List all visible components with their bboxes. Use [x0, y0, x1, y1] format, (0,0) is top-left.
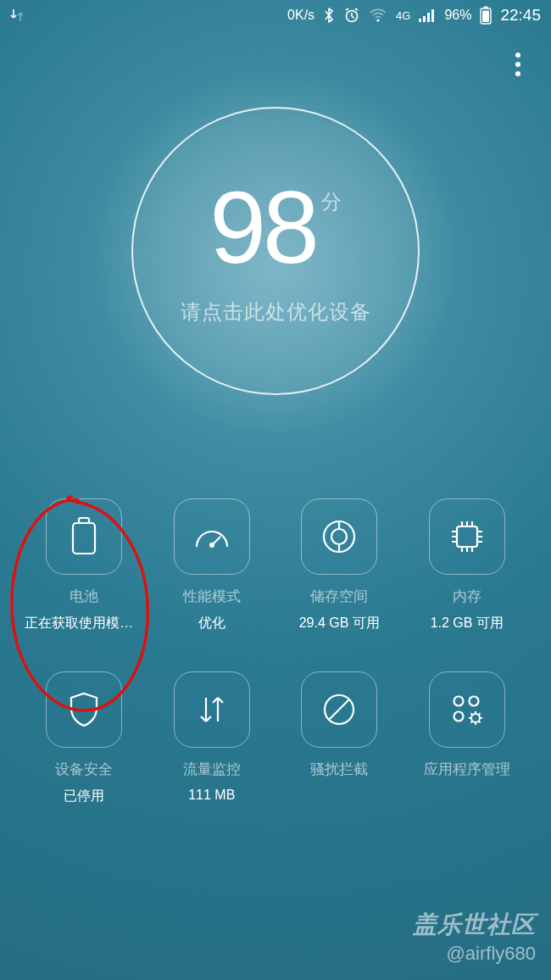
score-unit: 分 — [321, 188, 342, 215]
data-arrows-icon — [174, 671, 250, 748]
tile-sub: 29.4 GB 可用 — [299, 615, 380, 632]
feature-tile-grid: 电池 正在获取使用模式... 性能模式 优化 储存空间 29.4 GB 可用 内… — [0, 498, 551, 805]
tile-sub: 已停用 — [64, 788, 104, 805]
tile-sub: 优化 — [198, 615, 225, 632]
svg-rect-9 — [73, 523, 95, 554]
tile-sub: 1.2 GB 可用 — [431, 615, 504, 632]
svg-point-14 — [331, 529, 347, 544]
tile-title: 设备安全 — [55, 760, 113, 779]
svg-rect-8 — [484, 7, 488, 9]
score-value: 98 — [209, 176, 315, 278]
download-indicator-icon — [10, 8, 24, 23]
tile-title: 应用程序管理 — [424, 760, 510, 779]
tile-title: 内存 — [453, 587, 481, 606]
svg-rect-10 — [79, 518, 89, 523]
battery-icon — [480, 6, 492, 25]
watermark: 盖乐世社区 @airfly680 — [413, 909, 536, 965]
network-speed: 0K/s — [287, 8, 314, 23]
shield-icon — [46, 671, 122, 748]
svg-point-19 — [469, 697, 478, 706]
svg-rect-15 — [457, 526, 477, 547]
svg-rect-5 — [431, 9, 434, 22]
watermark-title: 盖乐世社区 — [413, 909, 536, 941]
tile-storage[interactable]: 储存空间 29.4 GB 可用 — [276, 498, 404, 632]
battery-percent: 96% — [444, 8, 471, 23]
svg-rect-4 — [427, 13, 430, 22]
clock: 22:45 — [500, 6, 541, 25]
block-icon — [301, 671, 377, 748]
watermark-user: @airfly680 — [413, 943, 536, 965]
tile-app-management[interactable]: 应用程序管理 — [404, 671, 532, 805]
tile-spam-block[interactable]: 骚扰拦截 — [276, 671, 404, 805]
tile-sub: 正在获取使用模式... — [25, 615, 143, 632]
svg-point-20 — [454, 712, 463, 721]
gauge-icon — [174, 498, 250, 575]
tile-sub: 111 MB — [188, 788, 235, 803]
tile-title: 骚扰拦截 — [310, 760, 368, 779]
tile-data-usage[interactable]: 流量监控 111 MB — [148, 671, 276, 805]
svg-rect-7 — [482, 11, 489, 23]
tile-memory[interactable]: 内存 1.2 GB 可用 — [404, 498, 532, 632]
tile-battery[interactable]: 电池 正在获取使用模式... — [20, 498, 148, 632]
tile-security[interactable]: 设备安全 已停用 — [20, 671, 148, 805]
svg-point-18 — [454, 697, 463, 706]
alarm-icon — [343, 7, 360, 24]
tile-performance[interactable]: 性能模式 优化 — [148, 498, 276, 632]
wifi-icon — [369, 8, 387, 23]
optimize-score-area[interactable]: 98 分 请点击此处优化设备 — [0, 64, 551, 437]
svg-rect-3 — [423, 16, 426, 22]
svg-line-12 — [212, 537, 220, 545]
signal-icon — [419, 8, 436, 22]
chip-icon — [429, 498, 505, 575]
battery-tile-icon — [46, 498, 122, 575]
network-type: 4G — [396, 9, 410, 22]
optimize-hint: 请点击此处优化设备 — [181, 298, 371, 326]
svg-rect-2 — [419, 19, 421, 22]
bluetooth-icon — [323, 7, 335, 24]
tile-title: 电池 — [70, 587, 98, 606]
apps-gear-icon — [429, 671, 505, 748]
storage-icon — [301, 498, 377, 575]
tile-title: 流量监控 — [183, 760, 241, 779]
tile-title: 储存空间 — [310, 587, 368, 606]
tile-title: 性能模式 — [183, 587, 241, 606]
status-bar: 0K/s 4G 96% 22:45 — [0, 0, 551, 31]
svg-line-17 — [329, 699, 349, 720]
more-menu-button[interactable] — [505, 47, 531, 81]
svg-point-1 — [376, 19, 379, 21]
